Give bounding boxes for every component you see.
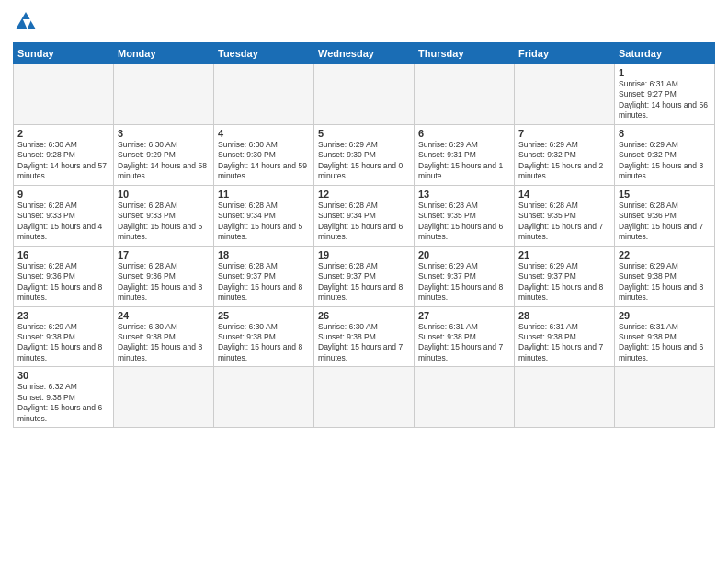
calendar-week-row: 1Sunrise: 6:31 AM Sunset: 9:27 PM Daylig… (14, 64, 715, 125)
calendar-cell: 14Sunrise: 6:28 AM Sunset: 9:35 PM Dayli… (515, 185, 615, 246)
calendar-cell: 3Sunrise: 6:30 AM Sunset: 9:29 PM Daylig… (114, 124, 214, 185)
day-header-sunday: Sunday (14, 43, 114, 64)
day-info: Sunrise: 6:28 AM Sunset: 9:36 PM Dayligh… (118, 261, 210, 304)
calendar-header-row: SundayMondayTuesdayWednesdayThursdayFrid… (14, 43, 715, 64)
day-info: Sunrise: 6:28 AM Sunset: 9:35 PM Dayligh… (418, 201, 510, 243)
day-info: Sunrise: 6:31 AM Sunset: 9:38 PM Dayligh… (619, 322, 711, 364)
day-number: 23 (17, 310, 109, 321)
calendar-cell (415, 64, 515, 125)
day-info: Sunrise: 6:29 AM Sunset: 9:37 PM Dayligh… (418, 261, 510, 304)
day-info: Sunrise: 6:28 AM Sunset: 9:34 PM Dayligh… (318, 201, 410, 243)
day-info: Sunrise: 6:30 AM Sunset: 9:29 PM Dayligh… (118, 140, 210, 182)
day-number: 7 (518, 128, 610, 139)
day-number: 2 (17, 128, 109, 139)
day-info: Sunrise: 6:30 AM Sunset: 9:28 PM Dayligh… (17, 140, 109, 182)
day-number: 28 (518, 310, 610, 321)
calendar-week-row: 9Sunrise: 6:28 AM Sunset: 9:33 PM Daylig… (14, 185, 715, 246)
calendar-cell (114, 64, 214, 125)
calendar-cell: 8Sunrise: 6:29 AM Sunset: 9:32 PM Daylig… (615, 124, 715, 185)
calendar-cell: 19Sunrise: 6:28 AM Sunset: 9:37 PM Dayli… (314, 246, 415, 306)
day-info: Sunrise: 6:31 AM Sunset: 9:38 PM Dayligh… (518, 322, 610, 364)
day-info: Sunrise: 6:29 AM Sunset: 9:30 PM Dayligh… (318, 140, 410, 182)
calendar-cell: 11Sunrise: 6:28 AM Sunset: 9:34 PM Dayli… (214, 185, 314, 246)
calendar-cell: 21Sunrise: 6:29 AM Sunset: 9:37 PM Dayli… (515, 246, 615, 306)
calendar-week-row: 2Sunrise: 6:30 AM Sunset: 9:28 PM Daylig… (14, 124, 715, 185)
day-info: Sunrise: 6:31 AM Sunset: 9:38 PM Dayligh… (418, 322, 510, 364)
day-number: 16 (17, 249, 109, 260)
day-number: 26 (318, 310, 410, 321)
day-number: 27 (418, 310, 510, 321)
calendar-cell: 10Sunrise: 6:28 AM Sunset: 9:33 PM Dayli… (114, 185, 214, 246)
calendar-cell (314, 367, 415, 428)
day-info: Sunrise: 6:29 AM Sunset: 9:37 PM Dayligh… (518, 261, 610, 304)
calendar-cell (515, 64, 615, 125)
calendar-cell: 29Sunrise: 6:31 AM Sunset: 9:38 PM Dayli… (615, 306, 715, 367)
logo-icon (13, 9, 39, 35)
header (13, 9, 715, 35)
calendar-cell: 28Sunrise: 6:31 AM Sunset: 9:38 PM Dayli… (515, 306, 615, 367)
page: SundayMondayTuesdayWednesdayThursdayFrid… (0, 0, 728, 563)
day-number: 4 (218, 128, 310, 139)
calendar-cell: 20Sunrise: 6:29 AM Sunset: 9:37 PM Dayli… (415, 246, 515, 306)
calendar-cell (314, 64, 415, 125)
logo (13, 9, 42, 35)
day-number: 20 (418, 249, 510, 260)
day-info: Sunrise: 6:31 AM Sunset: 9:27 PM Dayligh… (619, 79, 711, 121)
calendar-cell (114, 367, 214, 428)
calendar-cell: 4Sunrise: 6:30 AM Sunset: 9:30 PM Daylig… (214, 124, 314, 185)
calendar-cell: 5Sunrise: 6:29 AM Sunset: 9:30 PM Daylig… (314, 124, 415, 185)
day-number: 11 (218, 189, 310, 200)
day-number: 24 (118, 310, 210, 321)
calendar-cell (615, 367, 715, 428)
day-info: Sunrise: 6:32 AM Sunset: 9:38 PM Dayligh… (17, 382, 109, 424)
day-number: 25 (218, 310, 310, 321)
calendar-cell: 12Sunrise: 6:28 AM Sunset: 9:34 PM Dayli… (314, 185, 415, 246)
calendar-cell (515, 367, 615, 428)
day-number: 30 (17, 370, 109, 381)
calendar-cell: 13Sunrise: 6:28 AM Sunset: 9:35 PM Dayli… (415, 185, 515, 246)
calendar-cell: 17Sunrise: 6:28 AM Sunset: 9:36 PM Dayli… (114, 246, 214, 306)
calendar-cell: 27Sunrise: 6:31 AM Sunset: 9:38 PM Dayli… (415, 306, 515, 367)
calendar-table: SundayMondayTuesdayWednesdayThursdayFrid… (13, 42, 715, 428)
day-info: Sunrise: 6:28 AM Sunset: 9:33 PM Dayligh… (118, 201, 210, 243)
calendar-cell: 16Sunrise: 6:28 AM Sunset: 9:36 PM Dayli… (14, 246, 114, 306)
day-info: Sunrise: 6:29 AM Sunset: 9:32 PM Dayligh… (518, 140, 610, 182)
day-number: 1 (619, 67, 711, 78)
day-info: Sunrise: 6:29 AM Sunset: 9:38 PM Dayligh… (17, 322, 109, 364)
day-number: 8 (619, 128, 711, 139)
calendar-cell (214, 367, 314, 428)
calendar-cell: 25Sunrise: 6:30 AM Sunset: 9:38 PM Dayli… (214, 306, 314, 367)
day-number: 17 (118, 249, 210, 260)
day-number: 12 (318, 189, 410, 200)
day-number: 19 (318, 249, 410, 260)
day-number: 18 (218, 249, 310, 260)
day-info: Sunrise: 6:28 AM Sunset: 9:33 PM Dayligh… (17, 201, 109, 243)
day-number: 29 (619, 310, 711, 321)
day-number: 22 (619, 249, 711, 260)
day-info: Sunrise: 6:29 AM Sunset: 9:31 PM Dayligh… (418, 140, 510, 182)
day-header-friday: Friday (515, 43, 615, 64)
calendar-cell: 24Sunrise: 6:30 AM Sunset: 9:38 PM Dayli… (114, 306, 214, 367)
day-number: 10 (118, 189, 210, 200)
day-number: 5 (318, 128, 410, 139)
day-info: Sunrise: 6:28 AM Sunset: 9:35 PM Dayligh… (518, 201, 610, 243)
calendar-cell: 7Sunrise: 6:29 AM Sunset: 9:32 PM Daylig… (515, 124, 615, 185)
day-header-tuesday: Tuesday (214, 43, 314, 64)
day-number: 14 (518, 189, 610, 200)
calendar-cell (415, 367, 515, 428)
day-header-thursday: Thursday (415, 43, 515, 64)
day-info: Sunrise: 6:28 AM Sunset: 9:37 PM Dayligh… (218, 261, 310, 304)
day-info: Sunrise: 6:30 AM Sunset: 9:38 PM Dayligh… (118, 322, 210, 364)
calendar-week-row: 30Sunrise: 6:32 AM Sunset: 9:38 PM Dayli… (14, 367, 715, 428)
calendar-cell: 23Sunrise: 6:29 AM Sunset: 9:38 PM Dayli… (14, 306, 114, 367)
day-info: Sunrise: 6:28 AM Sunset: 9:34 PM Dayligh… (218, 201, 310, 243)
day-header-saturday: Saturday (615, 43, 715, 64)
day-number: 15 (619, 189, 711, 200)
day-number: 6 (418, 128, 510, 139)
day-info: Sunrise: 6:30 AM Sunset: 9:38 PM Dayligh… (218, 322, 310, 364)
calendar-cell: 15Sunrise: 6:28 AM Sunset: 9:36 PM Dayli… (615, 185, 715, 246)
day-info: Sunrise: 6:28 AM Sunset: 9:36 PM Dayligh… (17, 261, 109, 304)
calendar-week-row: 23Sunrise: 6:29 AM Sunset: 9:38 PM Dayli… (14, 306, 715, 367)
calendar-week-row: 16Sunrise: 6:28 AM Sunset: 9:36 PM Dayli… (14, 246, 715, 306)
calendar-cell: 22Sunrise: 6:29 AM Sunset: 9:38 PM Dayli… (615, 246, 715, 306)
